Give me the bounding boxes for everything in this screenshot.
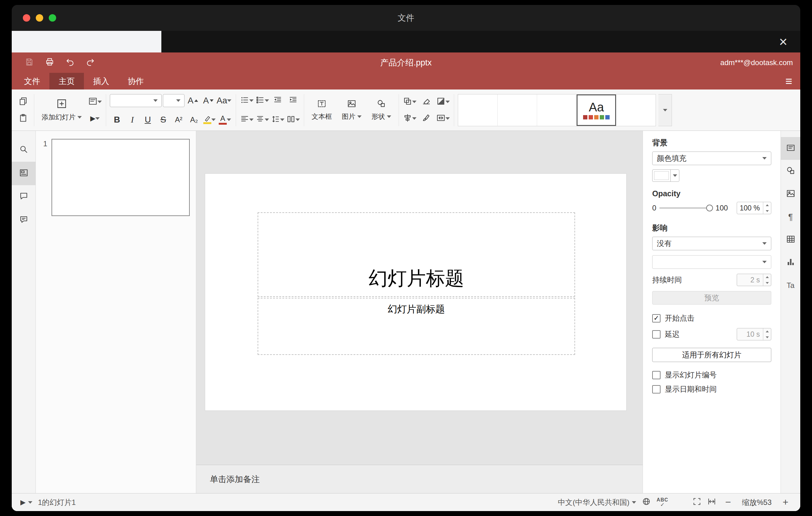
undo-button[interactable] xyxy=(60,54,80,71)
align-shapes-button[interactable] xyxy=(403,111,417,126)
delay-spinner[interactable]: 10 s xyxy=(737,328,771,340)
comments-panel-button[interactable] xyxy=(12,185,35,209)
color-picker-expand[interactable] xyxy=(670,170,679,181)
slide-thumbnail[interactable] xyxy=(52,139,190,216)
decrease-indent-button[interactable] xyxy=(270,93,285,108)
tab-collaboration[interactable]: 协作 xyxy=(118,73,153,89)
superscript-button[interactable]: A² xyxy=(172,112,186,127)
add-slide-button[interactable]: 添加幻灯片 xyxy=(38,91,85,129)
tab-home[interactable]: 主页 xyxy=(49,73,84,89)
paragraph-settings-button[interactable]: ¶ xyxy=(781,205,800,228)
clear-style-button[interactable] xyxy=(419,94,433,110)
arrange-button[interactable] xyxy=(403,94,417,110)
minimize-window-button[interactable] xyxy=(36,14,43,22)
slider-knob[interactable] xyxy=(706,205,713,211)
font-name-select[interactable] xyxy=(110,94,162,107)
font-color-button[interactable]: A xyxy=(218,112,232,127)
bullets-button[interactable] xyxy=(240,93,254,108)
copy-button[interactable] xyxy=(16,94,30,110)
delay-checkbox[interactable] xyxy=(652,330,661,339)
redo-button[interactable] xyxy=(80,54,100,71)
copy-style-button[interactable] xyxy=(419,111,433,126)
preview-button[interactable]: 预览 xyxy=(652,291,771,305)
highlight-color-button[interactable] xyxy=(202,112,216,127)
print-button[interactable] xyxy=(39,54,60,71)
paste-button[interactable] xyxy=(16,111,30,126)
spinner-up-icon[interactable] xyxy=(766,276,769,278)
spellcheck-button[interactable]: ABC ✓ xyxy=(657,497,668,507)
duration-spinner[interactable]: 2 s xyxy=(737,274,771,286)
opacity-slider[interactable] xyxy=(659,204,712,212)
spinner-down-icon[interactable] xyxy=(766,336,769,338)
start-on-click-checkbox[interactable]: ✓ xyxy=(652,314,661,322)
spinner-arrows[interactable] xyxy=(763,202,771,214)
fill-type-select[interactable]: 颜色填充 xyxy=(652,151,771,165)
zoom-level[interactable]: 缩放%53 xyxy=(740,497,774,507)
set-language-button[interactable] xyxy=(642,497,651,508)
grow-font-button[interactable]: A xyxy=(186,93,200,108)
spinner-up-icon[interactable] xyxy=(766,204,769,206)
table-settings-button[interactable] xyxy=(781,228,800,251)
start-slideshow-status-button[interactable]: ▶ xyxy=(20,498,32,507)
close-preview-icon[interactable]: × xyxy=(779,34,787,49)
fit-slide-button[interactable] xyxy=(692,497,701,508)
slide-settings-button[interactable] xyxy=(781,137,800,160)
zoom-in-button[interactable]: + xyxy=(779,496,792,508)
tab-insert[interactable]: 插入 xyxy=(84,73,118,89)
hamburger-menu-icon[interactable]: ≡ xyxy=(785,73,792,89)
slides-panel-button[interactable] xyxy=(12,162,35,185)
show-datetime-checkbox[interactable] xyxy=(652,385,661,394)
strikethrough-button[interactable]: S xyxy=(156,112,170,127)
start-slideshow-button[interactable]: ▶ xyxy=(88,111,102,126)
vertical-align-button[interactable] xyxy=(255,112,269,127)
chart-settings-button[interactable] xyxy=(781,251,800,274)
slide-size-button[interactable] xyxy=(436,111,450,126)
slide-surface[interactable]: 幻灯片标题 幻灯片副标题 xyxy=(205,173,627,411)
search-panel-button[interactable] xyxy=(12,138,35,162)
slide-fill-button[interactable] xyxy=(436,94,450,110)
bold-button[interactable]: B xyxy=(110,112,124,127)
tab-file[interactable]: 文件 xyxy=(15,73,49,89)
slide-layout-button[interactable] xyxy=(88,94,102,110)
spinner-arrows[interactable] xyxy=(763,274,771,286)
spinner-down-icon[interactable] xyxy=(766,210,769,212)
change-case-button[interactable]: Aa xyxy=(216,93,231,108)
zoom-out-button[interactable]: − xyxy=(722,496,734,508)
theme-slot-2[interactable] xyxy=(498,94,537,126)
theme-slot-1[interactable] xyxy=(458,94,498,126)
insert-shape-button[interactable]: 形状 xyxy=(368,91,395,129)
theme-slot-3[interactable] xyxy=(537,94,577,126)
insert-image-button[interactable]: 图片 xyxy=(338,91,365,129)
subscript-button[interactable]: A₂ xyxy=(187,112,201,127)
zoom-window-button[interactable] xyxy=(49,14,56,22)
italic-button[interactable]: I xyxy=(125,112,140,127)
shape-settings-button[interactable] xyxy=(781,160,800,183)
fill-color-picker[interactable] xyxy=(652,169,679,182)
textart-settings-button[interactable]: Ta xyxy=(781,274,800,297)
theme-gallery-expand-button[interactable] xyxy=(658,94,672,126)
effect-type-select[interactable] xyxy=(652,255,771,269)
font-size-select[interactable] xyxy=(163,94,184,107)
save-button[interactable] xyxy=(19,54,39,71)
image-settings-button[interactable] xyxy=(781,183,800,205)
line-spacing-button[interactable] xyxy=(270,112,285,127)
theme-slot-selected[interactable]: Aa xyxy=(577,94,616,126)
language-selector[interactable]: 中文(中华人民共和国) xyxy=(558,497,636,507)
spinner-down-icon[interactable] xyxy=(766,282,769,284)
insert-textbox-button[interactable]: 文本框 xyxy=(308,91,336,129)
underline-button[interactable]: U xyxy=(141,112,155,127)
theme-slot-5[interactable] xyxy=(616,94,656,126)
apply-to-all-slides-button[interactable]: 适用于所有幻灯片 xyxy=(652,348,771,362)
chat-panel-button[interactable] xyxy=(12,209,35,232)
opacity-spinner[interactable]: 100 % xyxy=(737,202,771,214)
slide-canvas[interactable]: 幻灯片标题 幻灯片副标题 xyxy=(196,131,643,465)
close-window-button[interactable] xyxy=(23,14,30,22)
numbering-button[interactable] xyxy=(255,93,269,108)
spinner-arrows[interactable] xyxy=(763,328,771,340)
notes-area[interactable]: 单击添加备注 xyxy=(196,465,643,493)
title-placeholder[interactable]: 幻灯片标题 xyxy=(258,212,575,297)
horizontal-align-button[interactable] xyxy=(240,112,254,127)
spinner-up-icon[interactable] xyxy=(766,331,769,333)
effect-select[interactable]: 没有 xyxy=(652,237,771,250)
shrink-font-button[interactable]: A xyxy=(201,93,215,108)
